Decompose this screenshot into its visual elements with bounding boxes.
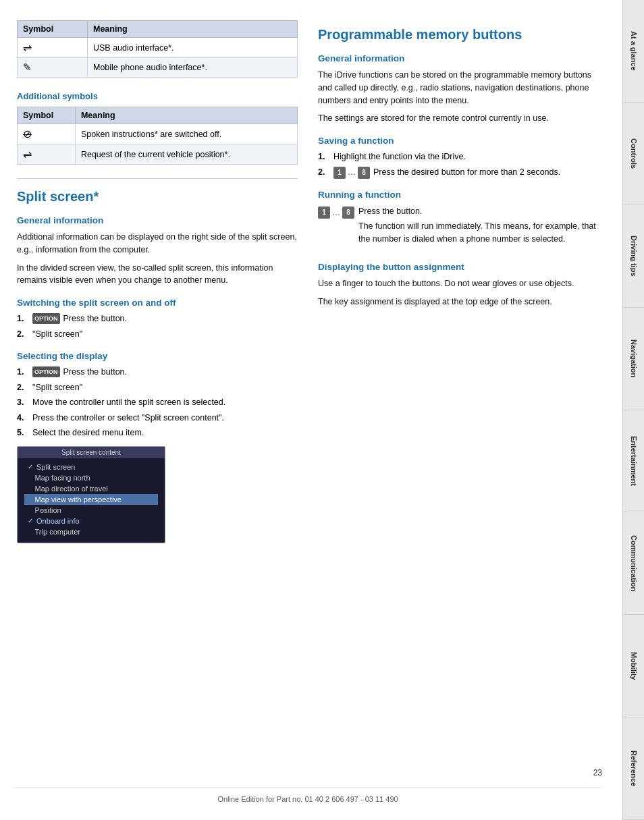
list-item: 4. Press the controller or select "Split…: [17, 412, 298, 425]
memory-button-range: 1 … 8: [333, 167, 370, 179]
list-item: 3. Move the controller until the split s…: [17, 397, 298, 409]
page-footer: Online Edition for Part no. 01 40 2 606 …: [14, 788, 602, 807]
menu-item-onboard-info: ✓ Onboard info: [24, 516, 158, 526]
additional-symbols-table: Symbol Meaning ⊘ Spoken instructions* ar…: [17, 107, 298, 165]
meaning-cell: Request of the current vehicle position*…: [75, 144, 297, 165]
right-column: Programmable memory buttons General info…: [315, 13, 602, 768]
list-item: 1. Highlight the function via the iDrive…: [318, 151, 599, 163]
tab-mobility[interactable]: Mobility: [623, 615, 644, 717]
add-meaning-col-header: Meaning: [75, 107, 297, 124]
prog-general-info-heading: General information: [318, 53, 599, 63]
meaning-cell: USB audio interface*.: [87, 38, 297, 58]
symbol-cell: ⊘: [18, 124, 76, 144]
symbols-table: Symbol Meaning ⇌ USB audio interface*. ✎…: [17, 20, 298, 78]
additional-symbols-label: Additional symbols: [17, 91, 298, 101]
menu-item-position: Position: [24, 505, 158, 516]
split-screen-general-info-heading: General information: [17, 215, 298, 225]
meaning-cell: Spoken instructions* are switched off.: [75, 124, 297, 144]
tab-navigation[interactable]: Navigation: [623, 308, 644, 410]
table-row: ⇌ USB audio interface*.: [18, 38, 298, 58]
menu-item-split-screen: ✓ Split screen: [24, 462, 158, 472]
menu-item-map-direction: Map direction of travel: [24, 483, 158, 494]
meaning-col-header: Meaning: [87, 21, 297, 38]
split-screen-title-bar: Split screen content: [18, 447, 165, 458]
menu-item-map-perspective: Map view with perspective: [24, 494, 158, 505]
list-item: 2. "Split screen": [17, 329, 298, 341]
split-screen-general-info-text2: In the divided screen view, the so-calle…: [17, 262, 298, 288]
running-heading: Running a function: [318, 190, 599, 200]
list-item: 2. 1 … 8 Press the desired button for mo…: [318, 167, 599, 179]
saving-steps-list: 1. Highlight the function via the iDrive…: [318, 151, 599, 179]
displaying-text1: Use a finger to touch the buttons. Do no…: [318, 277, 599, 290]
list-item: 1. OPTION Press the button.: [17, 366, 298, 379]
prog-general-info-text2: The settings are stored for the remote c…: [318, 112, 599, 125]
table-row: ✎ Mobile phone audio interface*.: [18, 58, 298, 78]
tab-entertainment[interactable]: Entertainment: [623, 410, 644, 513]
tab-controls[interactable]: Controls: [623, 103, 644, 205]
split-screen-screenshot: Split screen content ✓ Split screen Map …: [17, 446, 165, 543]
running-function-block: 1 … 8 Press the button. The function wil…: [318, 205, 599, 251]
symbol-col-header: Symbol: [18, 21, 88, 38]
list-item: 5. Select the desired menu item.: [17, 427, 298, 439]
option-button-icon: OPTION: [32, 313, 60, 324]
tab-driving-tips[interactable]: Driving tips: [623, 205, 644, 308]
menu-item-trip-computer: Trip computer: [24, 526, 158, 537]
programmable-memory-heading: Programmable memory buttons: [318, 27, 599, 43]
symbol-cell: ⇌: [18, 144, 76, 165]
menu-item-map-north: Map facing north: [24, 472, 158, 483]
switching-steps-list: 1. OPTION Press the button. 2. "Split sc…: [17, 313, 298, 340]
list-item: 2. "Split screen": [17, 382, 298, 394]
list-item: 1. OPTION Press the button.: [17, 313, 298, 325]
displaying-heading: Displaying the button assignment: [318, 262, 599, 272]
right-tab-navigation: At a glance Controls Driving tips Naviga…: [622, 0, 644, 820]
split-screen-general-info-text1: Additional information can be displayed …: [17, 231, 298, 256]
selecting-steps-list: 1. OPTION Press the button. 2. "Split sc…: [17, 366, 298, 439]
running-function-text: Press the button. The function will run …: [358, 205, 599, 251]
symbol-cell: ⇌: [18, 38, 88, 58]
page-number: 23: [14, 768, 602, 777]
tab-communication[interactable]: Communication: [623, 512, 644, 615]
divider: [17, 178, 298, 179]
selecting-heading: Selecting the display: [17, 351, 298, 361]
displaying-text2: The key assignment is displayed at the t…: [318, 296, 599, 308]
switching-heading: Switching the split screen on and off: [17, 298, 298, 308]
left-column: Symbol Meaning ⇌ USB audio interface*. ✎…: [14, 13, 301, 768]
saving-heading: Saving a function: [318, 136, 599, 146]
symbol-cell: ✎: [18, 58, 88, 78]
table-row: ⇌ Request of the current vehicle positio…: [18, 144, 298, 165]
split-screen-menu-items: ✓ Split screen Map facing north Map dire…: [18, 458, 165, 543]
table-row: ⊘ Spoken instructions* are switched off.: [18, 124, 298, 144]
prog-general-info-text1: The iDrive functions can be stored on th…: [318, 69, 599, 107]
tab-reference[interactable]: Reference: [623, 717, 644, 820]
split-screen-heading: Split screen*: [17, 189, 298, 204]
tab-at-a-glance[interactable]: At a glance: [623, 0, 644, 103]
running-memory-btn: 1 … 8: [318, 207, 354, 219]
meaning-cell: Mobile phone audio interface*.: [87, 58, 297, 78]
add-symbol-col-header: Symbol: [18, 107, 76, 124]
option-button-icon: OPTION: [32, 366, 60, 377]
